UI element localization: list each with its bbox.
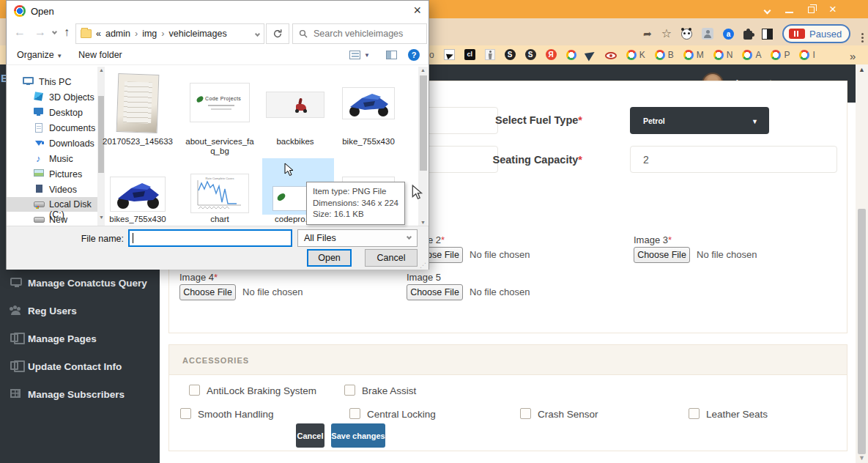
open-button[interactable]: Open — [307, 249, 352, 267]
close-window-icon[interactable]: × — [822, 0, 844, 18]
reader-extension-icon[interactable] — [762, 29, 773, 40]
fuel-type-select[interactable]: Petrol ▼ — [630, 107, 769, 134]
tree-item-local-disk-c[interactable]: Local Disk (C:) — [7, 197, 97, 212]
choose-file-button[interactable]: Choose File — [179, 284, 236, 300]
bookmark-item[interactable]: S — [525, 49, 536, 60]
views-caret-icon[interactable]: ▼ — [364, 52, 370, 59]
bookmark-item[interactable] — [566, 50, 576, 60]
panda-extension-icon[interactable] — [681, 29, 692, 40]
bookmarks-overflow-icon[interactable]: » — [850, 50, 856, 62]
bookmark-star-icon[interactable]: ☆ — [661, 28, 672, 40]
checkbox-smooth-handling[interactable] — [180, 408, 191, 419]
bookmark-item[interactable]: M — [683, 50, 704, 60]
window-controls: × — [756, 0, 844, 18]
tree-item-this-pc[interactable]: This PC — [7, 75, 97, 89]
new-folder-button[interactable]: New folder — [78, 50, 122, 60]
save-changes-button[interactable]: Save changes — [331, 423, 385, 448]
search-input[interactable] — [314, 29, 409, 39]
breadcrumb-collapse[interactable]: « — [96, 29, 101, 39]
bookmark-item[interactable]: A — [742, 50, 761, 60]
filelist-scrollbar-thumb[interactable] — [420, 75, 427, 171]
checkbox-label: Smooth Handling — [198, 409, 274, 420]
seating-capacity-input[interactable] — [630, 146, 837, 173]
back-icon[interactable]: ← — [14, 26, 26, 39]
tab-search-icon[interactable] — [756, 0, 778, 18]
file-name-input[interactable] — [128, 229, 292, 247]
file-type-select[interactable]: All Files — [297, 229, 418, 247]
share-icon[interactable]: ➦ — [643, 28, 652, 40]
tree-item-downloads[interactable]: Downloads — [7, 136, 97, 151]
organize-button[interactable]: Organize ▼ — [17, 50, 62, 60]
google-favicon — [683, 50, 694, 60]
scroll-up-icon[interactable]: ▲ — [99, 67, 104, 73]
sidebar-scrollbar-thumb[interactable] — [98, 96, 104, 173]
restore-icon[interactable] — [800, 0, 822, 18]
bookmark-item[interactable] — [444, 49, 455, 60]
tree-item-pictures[interactable]: Pictures — [7, 167, 97, 182]
page-scrollbar-thumb[interactable] — [858, 209, 866, 454]
help-icon[interactable]: ? — [408, 49, 420, 61]
checkbox-central-locking[interactable] — [349, 408, 360, 419]
extensions-puzzle-icon[interactable] — [743, 31, 752, 40]
scroll-up-icon[interactable]: ▲ — [858, 66, 865, 73]
forward-icon[interactable]: → — [34, 26, 46, 39]
tooltip-size: Size: 16.1 KB — [313, 209, 398, 221]
refresh-button[interactable] — [266, 23, 289, 44]
search-box[interactable] — [292, 23, 427, 44]
scroll-up-icon[interactable]: ▲ — [420, 67, 426, 73]
filelist-scrollbar[interactable]: ▲ ▼ — [418, 67, 428, 226]
scroll-down-icon[interactable]: ▼ — [858, 454, 865, 462]
breadcrumb-admin[interactable]: admin — [105, 29, 130, 39]
cancel-button[interactable]: Cancel — [296, 423, 324, 448]
checkbox-label: Leather Seats — [706, 409, 768, 420]
dialog-cancel-button[interactable]: Cancel — [365, 249, 418, 267]
bookmark-item[interactable]: cl — [464, 49, 475, 60]
bookmark-item[interactable] — [586, 51, 596, 59]
minimize-icon[interactable] — [778, 0, 800, 18]
chrome-icon — [14, 5, 26, 17]
choose-file-button[interactable]: Choose File — [634, 247, 690, 263]
bookmark-item[interactable]: I — [799, 50, 815, 60]
checkbox-brake-assist[interactable] — [344, 385, 355, 396]
dialog-titlebar[interactable]: Open × — [7, 1, 429, 21]
resize-grip[interactable]: ⋰ — [420, 262, 426, 269]
tree-item-documents[interactable]: Documents — [7, 121, 97, 136]
tree-item-music[interactable]: ♪Music — [7, 152, 97, 166]
bookmark-item[interactable]: Я — [546, 49, 557, 60]
bookmark-item[interactable]: N — [713, 50, 733, 60]
checkbox-antilock[interactable] — [189, 385, 200, 396]
scroll-down-icon[interactable]: ▼ — [420, 220, 426, 225]
breadcrumb-img[interactable]: img — [142, 29, 157, 39]
bookmark-item[interactable]: P — [771, 50, 790, 60]
bookmark-item[interactable]: S — [505, 49, 516, 60]
tree-item-3d-objects[interactable]: 3D Objects — [7, 90, 97, 105]
views-icon[interactable] — [349, 51, 360, 59]
bookmark-item[interactable]: B — [655, 50, 674, 60]
breadcrumb-vehicleimages[interactable]: vehicleimages — [169, 29, 227, 39]
address-caret-icon[interactable] — [255, 31, 260, 36]
tree-item-desktop[interactable]: Desktop — [7, 105, 97, 120]
profile-extension-icon[interactable] — [702, 28, 713, 40]
bookmark-item[interactable]: K — [626, 50, 645, 60]
sidebar-item-manage-subscribers[interactable]: Manage Subscribers — [0, 388, 160, 410]
menu-dots-icon[interactable] — [861, 33, 864, 35]
sidebar-item-update-contact[interactable]: Update Contact Info — [0, 360, 160, 382]
bookmark-item[interactable] — [605, 50, 617, 59]
bookmark-item[interactable]: o — [429, 50, 434, 60]
tree-item-new-volume-d[interactable]: New Volume (D:) — [7, 212, 97, 226]
choose-file-button[interactable]: Choose File — [407, 284, 463, 300]
sidebar-item-manage-pages[interactable]: Manage Pages — [0, 332, 160, 354]
dialog-close-icon[interactable]: × — [413, 3, 421, 18]
tree-item-videos[interactable]: Videos — [7, 182, 97, 197]
a-extension-icon[interactable]: a — [723, 29, 734, 40]
checkbox-crash-sensor[interactable] — [520, 408, 531, 419]
bookmark-item[interactable] — [485, 49, 495, 60]
sidebar-item-reg-users[interactable]: Reg Users — [0, 304, 160, 326]
preview-pane-icon[interactable] — [386, 51, 397, 59]
paused-badge[interactable]: Paused — [782, 24, 850, 43]
sidebar-item-manage-contactus[interactable]: Manage Conatctus Query — [0, 276, 160, 298]
breadcrumb[interactable]: « admin › img › vehicleimages — [75, 23, 264, 44]
history-caret-icon[interactable] — [52, 29, 57, 34]
up-icon[interactable]: ↑ — [64, 26, 70, 39]
checkbox-leather-seats[interactable] — [689, 408, 700, 419]
